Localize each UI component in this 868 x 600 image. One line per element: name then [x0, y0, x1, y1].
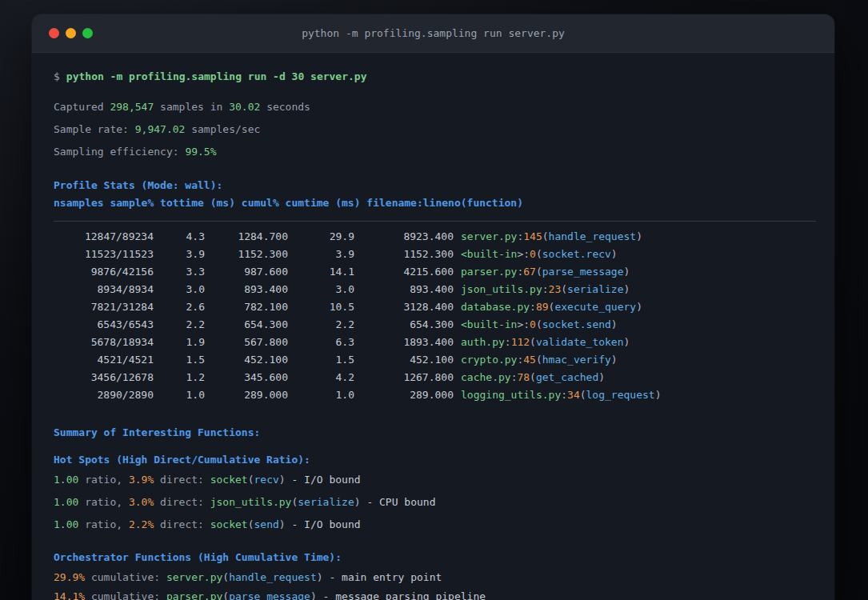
orchestrator-list: 29.9% cumulative: server.py(handle_reque…: [54, 570, 815, 600]
stats-row: 9876/421563.3987.60014.14215.600parser.p…: [54, 263, 815, 281]
stats-row-location: logging_utils.py:34(log_request): [461, 386, 661, 404]
stats-row-location: database.py:89(execute_query): [461, 298, 642, 316]
stats-row: 4521/45211.5452.1001.5452.100crypto.py:4…: [54, 351, 815, 369]
stats-row-location: parser.py:67(parse_message): [461, 263, 630, 281]
stats-row-location: <built-in>:0(socket.send): [461, 316, 618, 334]
stats-row-location: server.py:145(handle_request): [461, 228, 642, 246]
stats-row: 7821/312842.6782.10010.53128.400database…: [54, 298, 815, 316]
traffic-lights: [49, 14, 93, 52]
captured-infix: samples in: [154, 101, 229, 113]
hot-spot-item: 1.00 ratio, 3.0% direct: json_utils.py(s…: [54, 494, 815, 510]
summary-heading: Summary of Interesting Functions:: [54, 425, 815, 441]
efficiency-label: Sampling efficiency:: [54, 146, 185, 158]
hot-spot-item: 1.00 ratio, 2.2% direct: socket(send) - …: [54, 517, 815, 533]
maximize-button[interactable]: [82, 28, 93, 38]
sample-rate-unit: samples/sec: [185, 123, 260, 135]
stats-row: 6543/65432.2654.3002.2654.300<built-in>:…: [54, 316, 815, 334]
profile-stats-heading: Profile Stats (Mode: wall):: [54, 178, 815, 194]
command-text: python -m profiling.sampling run -d 30 s…: [66, 70, 367, 82]
terminal-window: python -m profiling.sampling run server.…: [32, 14, 834, 600]
stats-row-location: auth.py:112(validate_token): [461, 334, 630, 351]
sample-rate-value: 9,947.02: [135, 123, 186, 135]
stats-row: 5678/189341.9567.8006.31893.400auth.py:1…: [54, 334, 815, 351]
sample-rate-line: Sample rate: 9,947.02 samples/sec: [54, 122, 815, 138]
shell-prompt: $: [54, 70, 60, 82]
stats-row: 3456/126781.2345.6004.21267.800cache.py:…: [54, 369, 815, 386]
hot-spots-heading: Hot Spots (High Direct/Cumulative Ratio)…: [54, 452, 815, 468]
captured-duration-value: 30.02: [229, 101, 260, 113]
stats-row-location: crypto.py:45(hmac_verify): [461, 351, 618, 369]
captured-suffix: seconds: [260, 101, 310, 113]
efficiency-line: Sampling efficiency: 99.5%: [54, 144, 815, 160]
table-divider: [54, 221, 816, 222]
command-line: $python -m profiling.sampling run -d 30 …: [54, 69, 815, 85]
hot-spot-item: 1.00 ratio, 3.9% direct: socket(recv) - …: [54, 472, 815, 488]
hot-spots-list: 1.00 ratio, 3.9% direct: socket(recv) - …: [54, 472, 815, 533]
stats-rows: 12847/892344.31284.70029.98923.400server…: [54, 228, 815, 404]
stats-row: 12847/892344.31284.70029.98923.400server…: [54, 228, 815, 246]
stats-row: 2890/28901.0289.0001.0289.000logging_uti…: [54, 386, 815, 404]
stats-row-location: <built-in>:0(socket.recv): [461, 246, 618, 263]
stats-row-location: cache.py:78(get_cached): [461, 369, 605, 386]
stats-row-location: json_utils.py:23(serialize): [461, 281, 630, 298]
capture-summary-line: Captured 298,547 samples in 30.02 second…: [54, 99, 815, 115]
orchestrator-heading: Orchestrator Functions (High Cumulative …: [54, 550, 815, 566]
stats-row: 11523/115233.91152.3003.91152.300<built-…: [54, 246, 815, 263]
captured-label: Captured: [54, 101, 110, 113]
window-title: python -m profiling.sampling run server.…: [302, 27, 565, 39]
close-button[interactable]: [49, 28, 59, 38]
stats-columns-header: nsamples sample% tottime (ms) cumul% cum…: [54, 195, 815, 211]
sample-rate-label: Sample rate:: [54, 123, 135, 135]
orchestrator-item: 29.9% cumulative: server.py(handle_reque…: [54, 570, 815, 586]
minimize-button[interactable]: [66, 28, 76, 38]
terminal-body: $python -m profiling.sampling run -d 30 …: [32, 53, 834, 600]
window-titlebar[interactable]: python -m profiling.sampling run server.…: [32, 14, 834, 53]
stats-row: 8934/89343.0893.4003.0893.400json_utils.…: [54, 281, 815, 298]
efficiency-value: 99.5%: [185, 146, 216, 158]
captured-samples-value: 298,547: [110, 101, 154, 113]
orchestrator-item: 14.1% cumulative: parser.py(parse_messag…: [54, 589, 815, 600]
